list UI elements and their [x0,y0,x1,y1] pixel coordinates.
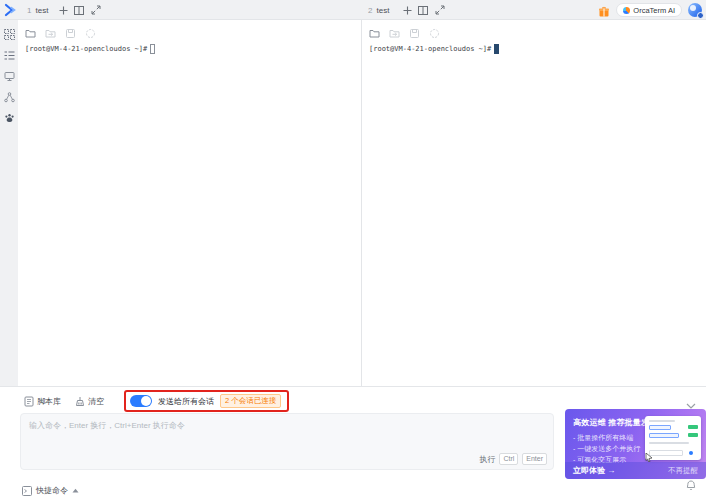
script-library-button[interactable]: 脚本库 [24,396,61,407]
shell-prompt: [root@VM-4-21-opencloudos ~]# [25,45,147,53]
terminal-icon [22,486,32,496]
script-library-icon [24,396,34,407]
terminal-cursor [150,44,155,54]
command-panel-toolbar: 脚本库 清空 发送给所有会话 2 个会话已连接 [24,392,289,410]
tab-session-1[interactable]: 1 test [27,0,48,20]
tab-session-2[interactable]: 2 test [368,0,389,20]
clear-button[interactable]: 清空 [75,396,104,407]
quick-commands-toggle[interactable]: 快捷命令 [22,485,79,496]
host-monitor-icon[interactable] [3,70,15,82]
send-all-highlight-group: 发送给所有会话 2 个会话已连接 [124,390,289,412]
fullscreen-button[interactable] [90,4,102,16]
orcaterm-ai-button[interactable]: OrcaTerm AI [616,3,682,17]
folder-transfer-icon[interactable] [389,25,400,36]
terminal-line: [root@VM-4-21-opencloudos ~]# [369,44,499,54]
fullscreen-button[interactable] [434,4,446,16]
app-logo-icon [4,3,18,17]
promo-bullet: - 一键发送多个并执行 [573,444,640,454]
folder-icon[interactable] [25,25,36,36]
execute-row: 执行 Ctrl Enter [479,453,547,465]
terminal-pane-2[interactable]: [root@VM-4-21-opencloudos ~]# [361,20,706,386]
folder-icon[interactable] [369,25,380,36]
save-session-icon[interactable] [65,25,76,36]
split-view-button[interactable] [73,4,85,16]
promo-dismiss-link[interactable]: 不再提醒 [668,466,698,476]
left-sidebar [0,20,18,386]
promo-footer: 立即体验 → 不再提醒 [565,462,706,479]
promo-banner[interactable]: 高效运维 推荐批量发送命令 - 批量操作所有终端 - 一键发送多个并执行 - 可… [565,409,706,479]
orcaterm-ai-label: OrcaTerm AI [633,6,675,15]
enter-key-badge: Enter [522,453,547,465]
terminal-cursor [494,44,499,54]
topbar-right-cluster: OrcaTerm AI [598,2,702,18]
promo-screenshot-preview [645,416,701,460]
main-area: [root@VM-4-21-opencloudos ~]# [0,20,706,386]
terminal-line: [root@VM-4-21-opencloudos ~]# [25,44,155,54]
ctrl-key-badge: Ctrl [499,453,518,465]
command-input-box: 执行 Ctrl Enter [20,413,554,470]
terminal-pane-1[interactable]: [root@VM-4-21-opencloudos ~]# [18,20,360,386]
gift-icon[interactable] [598,4,610,16]
send-all-label: 发送给所有会话 [158,396,214,407]
user-avatar[interactable] [688,3,702,17]
clear-broom-icon [75,396,85,407]
execute-label[interactable]: 执行 [479,454,495,465]
history-icon[interactable] [429,25,440,36]
apps-grid-icon[interactable] [3,28,15,40]
avatar-decoration [690,5,696,11]
share-nodes-icon[interactable] [3,91,15,103]
shell-prompt: [root@VM-4-21-opencloudos ~]# [369,45,491,53]
new-tab-button[interactable] [57,4,69,16]
orcaterm-app: 1 test 2 test [0,0,706,500]
tab-label: test [35,6,48,15]
tab-number: 2 [368,6,372,15]
new-tab-button[interactable] [401,4,413,16]
top-bar: 1 test 2 test [0,0,706,20]
command-input[interactable] [21,414,553,452]
paw-icon[interactable] [3,112,15,124]
clear-label: 清空 [88,396,104,407]
quick-commands-label: 快捷命令 [36,485,68,496]
pane-toolbar [25,25,96,36]
pane-toolbar [369,25,440,36]
split-view-button[interactable] [417,4,429,16]
history-icon[interactable] [85,25,96,36]
promo-bullet: - 批量操作所有终端 [573,433,633,443]
tab-number: 1 [27,6,31,15]
orcaterm-ai-logo-icon [623,7,630,14]
script-library-label: 脚本库 [37,396,61,407]
promo-cta-link[interactable]: 立即体验 → [573,465,615,476]
save-session-icon[interactable] [409,25,420,36]
toggle-knob [141,396,151,406]
send-all-toggle[interactable] [130,395,152,407]
avatar-badge [697,12,704,19]
sessions-connected-badge: 2 个会话已连接 [220,394,281,408]
session-list-icon[interactable] [3,49,15,61]
bell-icon[interactable] [686,477,696,495]
caret-up-icon [72,488,79,493]
folder-transfer-icon[interactable] [45,25,56,36]
command-panel: 脚本库 清空 发送给所有会话 2 个会话已连接 [0,386,706,500]
tab-label: test [376,6,389,15]
